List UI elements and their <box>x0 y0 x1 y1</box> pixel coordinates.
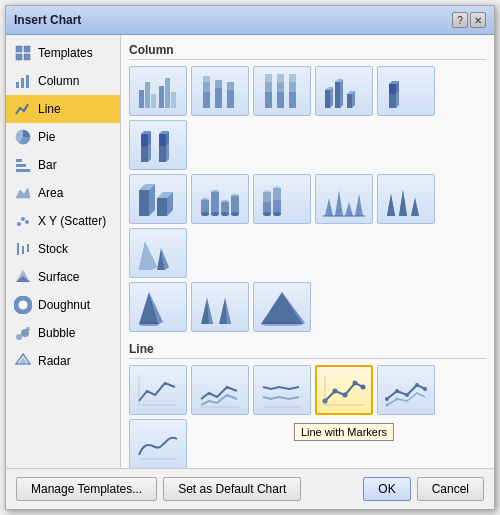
help-button[interactable]: ? <box>452 12 468 28</box>
svg-marker-60 <box>396 91 399 108</box>
svg-marker-79 <box>157 198 167 216</box>
column-section: Column <box>129 43 486 332</box>
sidebar-label-doughnut: Doughnut <box>38 298 90 312</box>
close-button[interactable]: ✕ <box>470 12 486 28</box>
chart-3d-column[interactable] <box>129 174 187 224</box>
sidebar-item-bubble[interactable]: Bubble <box>6 319 120 347</box>
chart-pyramid-cone[interactable] <box>191 282 249 332</box>
svg-rect-41 <box>265 82 272 92</box>
svg-rect-31 <box>165 78 170 108</box>
chart-stacked-line-markers[interactable] <box>377 365 435 415</box>
svg-rect-39 <box>227 82 234 90</box>
sidebar-item-templates[interactable]: Templates <box>6 39 120 67</box>
svg-rect-98 <box>263 192 271 202</box>
line-section-label: Line <box>129 342 486 359</box>
sidebar-item-stock[interactable]: Stock <box>6 235 120 263</box>
chart-stacked-column[interactable] <box>191 66 249 116</box>
chart-pyramid-3d[interactable] <box>129 228 187 278</box>
chart-clustered-column[interactable] <box>129 66 187 116</box>
chart-smooth-line[interactable] <box>129 419 187 468</box>
sidebar-label-templates: Templates <box>38 46 93 60</box>
chart-cylinder-clustered[interactable] <box>191 174 249 224</box>
svg-marker-72 <box>166 143 169 162</box>
chart-line-with-markers[interactable]: Line with Markers <box>315 365 373 415</box>
sidebar-label-area: Area <box>38 186 63 200</box>
chart-3d-clustered-column[interactable] <box>315 66 373 116</box>
sidebar-item-xy[interactable]: X Y (Scatter) <box>6 207 120 235</box>
chart-stacked-line[interactable] <box>191 365 249 415</box>
svg-point-144 <box>415 383 419 387</box>
svg-point-143 <box>405 393 409 397</box>
insert-chart-dialog: Insert Chart ? ✕ Templates <box>5 5 495 510</box>
svg-marker-114 <box>411 198 419 216</box>
svg-rect-92 <box>231 196 239 214</box>
svg-point-136 <box>343 393 348 398</box>
svg-point-90 <box>221 212 229 216</box>
svg-marker-51 <box>330 87 333 108</box>
svg-marker-57 <box>352 91 355 108</box>
column-section-label: Column <box>129 43 486 60</box>
svg-rect-33 <box>203 92 210 108</box>
svg-rect-8 <box>16 159 22 162</box>
chart-100-stacked-column[interactable] <box>253 66 311 116</box>
column-row-2 <box>129 174 486 278</box>
svg-marker-58 <box>389 94 396 108</box>
doughnut-icon <box>14 296 32 314</box>
chart-100-stacked-line[interactable] <box>253 365 311 415</box>
svg-marker-117 <box>139 242 157 270</box>
svg-marker-104 <box>325 198 333 216</box>
svg-rect-10 <box>16 169 30 172</box>
bar-icon <box>14 156 32 174</box>
footer-right: OK Cancel <box>363 477 484 501</box>
chart-cone-clustered[interactable] <box>315 174 373 224</box>
sidebar-item-radar[interactable]: Radar <box>6 347 120 375</box>
line-with-markers-tooltip: Line with Markers <box>294 423 394 441</box>
svg-rect-44 <box>277 82 284 92</box>
manage-templates-button[interactable]: Manage Templates... <box>16 477 157 501</box>
bubble-icon <box>14 324 32 342</box>
svg-rect-1 <box>24 46 30 52</box>
line-icon <box>14 100 32 118</box>
svg-rect-43 <box>277 92 284 108</box>
radar-icon <box>14 352 32 370</box>
svg-point-21 <box>19 301 27 309</box>
chart-3d-100-stacked-column[interactable] <box>129 120 187 170</box>
svg-rect-32 <box>171 92 176 108</box>
svg-rect-28 <box>145 82 150 108</box>
svg-point-146 <box>386 404 389 407</box>
svg-rect-45 <box>277 74 284 82</box>
area-icon <box>14 184 32 202</box>
sidebar-item-bar[interactable]: Bar <box>6 151 120 179</box>
surface-icon <box>14 268 32 286</box>
chart-line[interactable] <box>129 365 187 415</box>
chart-3d-stacked-column[interactable] <box>377 66 435 116</box>
sidebar-item-pie[interactable]: Pie <box>6 123 120 151</box>
svg-rect-4 <box>16 82 19 88</box>
svg-point-137 <box>353 381 358 386</box>
set-default-chart-button[interactable]: Set as Default Chart <box>163 477 301 501</box>
sidebar-label-column: Column <box>38 74 79 88</box>
svg-rect-29 <box>151 94 156 108</box>
sidebar-item-line[interactable]: Line <box>6 95 120 123</box>
svg-point-96 <box>263 212 271 216</box>
sidebar-item-column[interactable]: Column <box>6 67 120 95</box>
title-bar-controls: ? ✕ <box>452 12 486 28</box>
ok-button[interactable]: OK <box>363 477 410 501</box>
sidebar-item-area[interactable]: Area <box>6 179 120 207</box>
chart-cone-3d[interactable] <box>129 282 187 332</box>
sidebar-item-surface[interactable]: Surface <box>6 263 120 291</box>
chart-pyramid-clustered[interactable] <box>377 174 435 224</box>
chart-thumbnails-area: Column <box>121 35 494 468</box>
svg-rect-30 <box>159 86 164 108</box>
line-row-1: Line with Markers <box>129 365 486 468</box>
svg-point-145 <box>423 387 427 391</box>
sidebar-item-doughnut[interactable]: Doughnut <box>6 291 120 319</box>
chart-cylinder-stacked[interactable] <box>253 174 311 224</box>
cancel-button[interactable]: Cancel <box>417 477 484 501</box>
sidebar-label-radar: Radar <box>38 354 71 368</box>
svg-rect-40 <box>265 92 272 108</box>
chart-wide-cone[interactable] <box>253 282 311 332</box>
svg-marker-107 <box>355 194 363 216</box>
svg-rect-36 <box>215 88 222 108</box>
svg-rect-34 <box>203 82 210 92</box>
